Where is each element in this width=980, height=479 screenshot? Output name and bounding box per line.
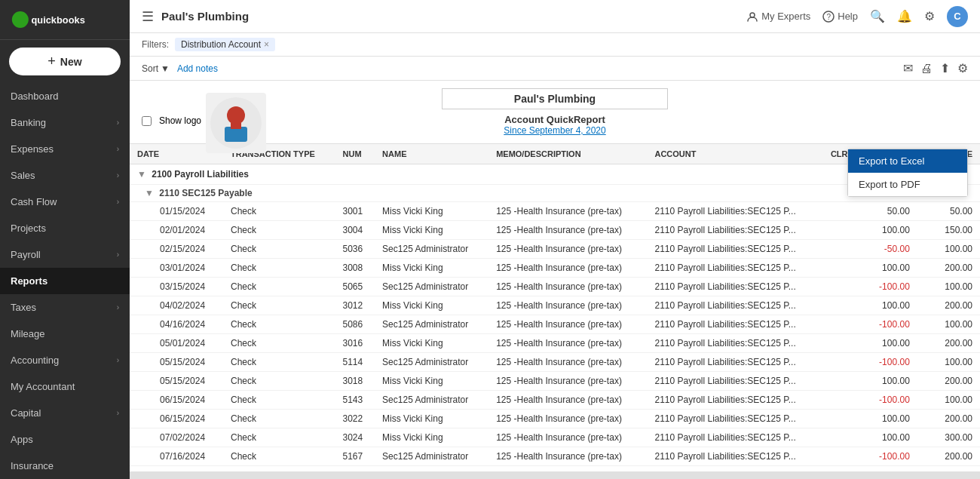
sort-button[interactable]: Sort ▼ xyxy=(142,63,170,74)
filter-tag-label: Distribution Account xyxy=(181,39,261,50)
cell-name: Sec125 Administrator xyxy=(375,391,488,410)
cell-name: Sec125 Administrator xyxy=(375,278,488,296)
svg-rect-8 xyxy=(231,123,241,129)
sidebar-item-reports[interactable]: Reports xyxy=(0,268,130,294)
sidebar-item-dashboard[interactable]: Dashboard xyxy=(0,83,130,109)
sidebar-item-apps[interactable]: Apps xyxy=(0,426,130,453)
help-button[interactable]: ? Help xyxy=(822,11,858,23)
chevron-right-icon: › xyxy=(117,356,119,364)
cell-date: 06/15/2024 xyxy=(130,391,223,410)
cell-date: 05/01/2024 xyxy=(130,334,223,353)
sidebar-label-apps: Apps xyxy=(11,434,33,445)
cell-amount: 100.00 xyxy=(859,372,917,391)
cell-balance: 100.00 xyxy=(917,315,980,334)
horizontal-scrollbar[interactable] xyxy=(130,471,980,479)
search-button[interactable]: 🔍 xyxy=(870,9,885,23)
cell-amount: -100.00 xyxy=(859,391,917,410)
table-row[interactable]: 06/15/2024Check3022Miss Vicki King125 -H… xyxy=(130,410,980,428)
cell-memo: 125 -Health Insurance (pre-tax) xyxy=(488,221,647,240)
cell-date: 06/15/2024 xyxy=(130,410,223,428)
sidebar-label-insurance: Insurance xyxy=(11,460,54,471)
table-row[interactable]: 01/15/2024Check3001Miss Vicki King125 -H… xyxy=(130,202,980,221)
action-bar-left: Sort ▼ Add notes xyxy=(142,63,218,74)
sidebar-item-cashflow[interactable]: Cash Flow › xyxy=(0,189,130,215)
cell-clr xyxy=(823,296,859,315)
hamburger-menu-button[interactable]: ☰ xyxy=(142,8,154,25)
show-logo-checkbox[interactable] xyxy=(142,116,152,126)
cell-balance: 300.00 xyxy=(917,428,980,447)
col-memo: MEMO/DESCRIPTION xyxy=(488,144,647,164)
cell-amount: -100.00 xyxy=(859,278,917,296)
cell-type: Check xyxy=(223,296,335,315)
sidebar-item-payroll[interactable]: Payroll › xyxy=(0,241,130,268)
cell-num: 3012 xyxy=(335,296,375,315)
table-row[interactable]: 06/15/2024Check5143Sec125 Administrator1… xyxy=(130,391,980,410)
sidebar-item-insurance[interactable]: Insurance xyxy=(0,453,130,479)
table-row[interactable]: 02/01/2024Check3004Miss Vicki King125 -H… xyxy=(130,221,980,240)
new-button[interactable]: + New xyxy=(9,48,121,75)
cell-account: 2110 Payroll Liabilities:SEC125 P... xyxy=(647,202,822,221)
cell-num: 3016 xyxy=(335,334,375,353)
sort-chevron-icon: ▼ xyxy=(161,63,170,74)
cell-balance: 200.00 xyxy=(917,447,980,466)
cell-account: 2110 Payroll Liabilities:SEC125 P... xyxy=(647,278,822,296)
avatar[interactable]: C xyxy=(947,6,968,27)
collapse-sub-arrow-icon[interactable]: ▼ xyxy=(145,188,154,198)
cell-name: Miss Vicki King xyxy=(375,466,488,472)
sidebar-item-sales[interactable]: Sales › xyxy=(0,162,130,189)
sidebar-label-expenses: Expenses xyxy=(11,143,54,155)
sidebar-item-capital[interactable]: Capital › xyxy=(0,400,130,426)
table-row[interactable]: 07/02/2024Check3024Miss Vicki King125 -H… xyxy=(130,428,980,447)
sidebar-item-myaccountant[interactable]: My Accountant xyxy=(0,373,130,400)
report-date-range[interactable]: Since September 4, 2020 xyxy=(442,125,668,136)
gear-settings-button[interactable]: ⚙ xyxy=(957,61,968,75)
cell-num: 5167 xyxy=(335,447,375,466)
table-row[interactable]: 05/15/2024Check3018Miss Vicki King125 -H… xyxy=(130,372,980,391)
sidebar-item-banking[interactable]: Banking › xyxy=(0,109,130,136)
table-row[interactable]: 05/01/2024Check3016Miss Vicki King125 -H… xyxy=(130,334,980,353)
notifications-button[interactable]: 🔔 xyxy=(897,9,912,23)
table-row[interactable]: 03/01/2024Check3008Miss Vicki King125 -H… xyxy=(130,259,980,278)
cell-date: 05/15/2024 xyxy=(130,372,223,391)
cell-name: Sec125 Administrator xyxy=(375,315,488,334)
filter-close-icon[interactable]: × xyxy=(264,39,269,50)
export-button[interactable]: ⬆ xyxy=(940,61,950,75)
group-label: 2100 Payroll Liabilities xyxy=(152,169,249,180)
cell-account: 2110 Payroll Liabilities:SEC125 P... xyxy=(647,466,822,472)
table-row[interactable]: 07/16/2024Check5167Sec125 Administrator1… xyxy=(130,447,980,466)
cell-num: 5065 xyxy=(335,278,375,296)
my-experts-button[interactable]: My Experts xyxy=(746,11,810,23)
sidebar-item-taxes[interactable]: Taxes › xyxy=(0,294,130,321)
print-button[interactable]: 🖨 xyxy=(920,62,933,75)
cell-clr xyxy=(823,334,859,353)
cell-clr xyxy=(823,372,859,391)
table-row[interactable]: 05/15/2024Check5114Sec125 Administrator1… xyxy=(130,353,980,372)
plus-icon: + xyxy=(47,54,56,69)
cell-name: Miss Vicki King xyxy=(375,334,488,353)
settings-button[interactable]: ⚙ xyxy=(924,9,935,23)
sidebar-item-mileage[interactable]: Mileage xyxy=(0,321,130,347)
export-pdf-item[interactable]: Export to PDF xyxy=(848,173,967,196)
cell-amount: 50.00 xyxy=(859,202,917,221)
add-notes-button[interactable]: Add notes xyxy=(177,63,218,74)
cell-type: Check xyxy=(223,410,335,428)
sidebar-label-capital: Capital xyxy=(11,407,41,419)
cell-type: Check xyxy=(223,353,335,372)
table-row[interactable]: 04/16/2024Check5086Sec125 Administrator1… xyxy=(130,315,980,334)
table-row[interactable]: 04/02/2024Check3012Miss Vicki King125 -H… xyxy=(130,296,980,315)
table-row[interactable]: 03/15/2024Check5065Sec125 Administrator1… xyxy=(130,278,980,296)
action-bar-right: ✉ 🖨 ⬆ ⚙ xyxy=(903,61,968,75)
cell-date: 02/01/2024 xyxy=(130,221,223,240)
sidebar-item-expenses[interactable]: Expenses › xyxy=(0,136,130,162)
table-row[interactable]: 07/17/2024Check3026Miss Vicki King125 -H… xyxy=(130,466,980,472)
email-button[interactable]: ✉ xyxy=(903,61,913,75)
subgroup-label: 2110 SEC125 Payable xyxy=(159,188,252,198)
cell-num: 5114 xyxy=(335,353,375,372)
sidebar-item-projects[interactable]: Projects xyxy=(0,215,130,241)
report-company-name: Paul's Plumbing xyxy=(514,93,596,105)
export-excel-item[interactable]: Export to Excel xyxy=(848,149,967,173)
sidebar-item-accounting[interactable]: Accounting › xyxy=(0,347,130,373)
cell-type: Check xyxy=(223,278,335,296)
table-row[interactable]: 02/15/2024Check5036Sec125 Administrator1… xyxy=(130,240,980,259)
collapse-arrow-icon[interactable]: ▼ xyxy=(137,169,146,180)
